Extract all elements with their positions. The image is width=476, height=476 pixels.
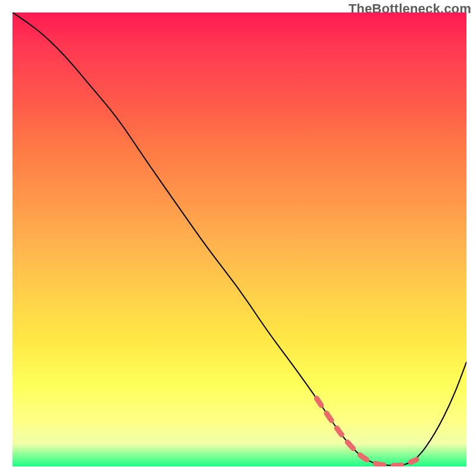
highlight-segment [317, 399, 416, 466]
main-curve [12, 12, 466, 465]
plot-svg [12, 12, 466, 466]
plot-area [12, 12, 466, 466]
chart-stage: TheBottleneck.com [0, 0, 476, 476]
